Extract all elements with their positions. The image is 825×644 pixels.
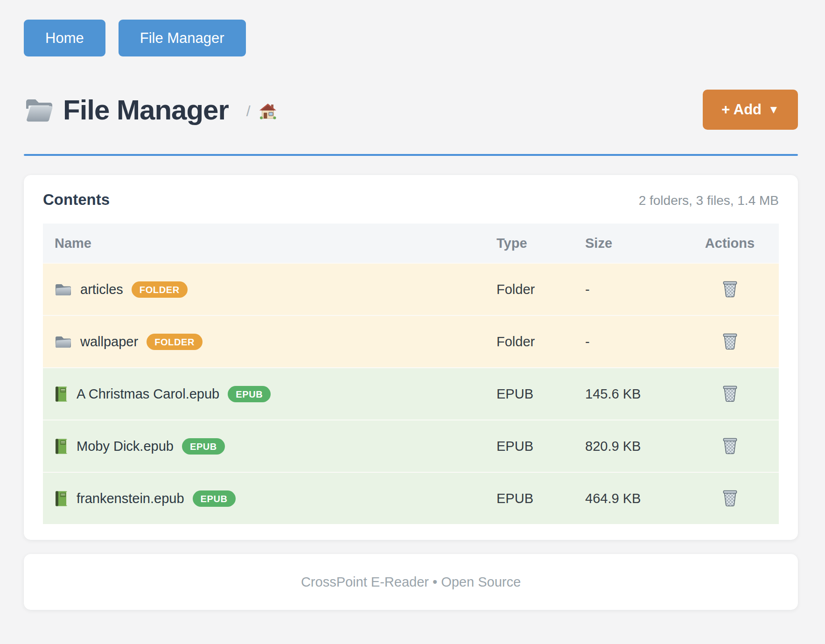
- file-name[interactable]: articles: [80, 282, 123, 297]
- nav-home-button[interactable]: Home: [24, 20, 105, 56]
- open-folder-icon: [24, 97, 54, 123]
- folder-badge: FOLDER: [147, 334, 203, 350]
- green-book-icon: [55, 490, 68, 507]
- size-cell: -: [573, 263, 681, 315]
- add-button[interactable]: + Add ▼: [703, 90, 798, 130]
- breadcrumb-separator: /: [246, 103, 251, 120]
- house-icon[interactable]: [259, 103, 277, 120]
- footer-text: CrossPoint E-Reader • Open Source: [301, 574, 521, 590]
- nav-file-manager-button[interactable]: File Manager: [119, 20, 246, 56]
- title-group: File Manager /: [24, 94, 277, 126]
- size-cell: 820.9 KB: [573, 420, 681, 472]
- top-nav: Home File Manager: [24, 20, 798, 56]
- file-name[interactable]: Moby Dick.epub: [77, 439, 174, 454]
- caret-down-icon: ▼: [768, 103, 779, 116]
- folder-icon: [55, 335, 72, 349]
- file-table: Name Type Size Actions: [43, 224, 779, 524]
- table-row: wallpaper FOLDER Folder -: [43, 315, 779, 367]
- contents-header: Contents 2 folders, 3 files, 1.4 MB: [43, 191, 779, 211]
- column-header-actions: Actions: [681, 224, 779, 263]
- file-name[interactable]: A Christmas Carol.epub: [77, 386, 219, 402]
- type-cell: EPUB: [485, 367, 573, 420]
- title-underline: [24, 154, 798, 156]
- trash-icon[interactable]: [720, 330, 740, 352]
- contents-heading: Contents: [43, 191, 110, 209]
- contents-card: Contents 2 folders, 3 files, 1.4 MB Name…: [24, 175, 798, 540]
- type-cell: EPUB: [485, 472, 573, 524]
- table-row: frankenstein.epub EPUB EPUB 464.9 KB: [43, 472, 779, 524]
- page-title: File Manager: [63, 94, 229, 126]
- size-cell: -: [573, 315, 681, 367]
- green-book-icon: [55, 438, 68, 455]
- trash-icon[interactable]: [720, 435, 740, 456]
- type-cell: Folder: [485, 263, 573, 315]
- epub-badge: EPUB: [193, 490, 236, 507]
- title-row: File Manager / + Add ▼: [24, 81, 798, 139]
- column-header-type: Type: [485, 224, 573, 263]
- trash-icon[interactable]: [720, 278, 740, 300]
- contents-summary: 2 folders, 3 files, 1.4 MB: [639, 193, 779, 208]
- epub-badge: EPUB: [182, 438, 225, 455]
- footer-card: CrossPoint E-Reader • Open Source: [24, 554, 798, 610]
- size-cell: 145.6 KB: [573, 367, 681, 420]
- type-cell: EPUB: [485, 420, 573, 472]
- table-row: articles FOLDER Folder -: [43, 263, 779, 315]
- trash-icon[interactable]: [720, 383, 740, 404]
- folder-icon: [55, 282, 72, 297]
- add-button-label: + Add: [721, 101, 762, 118]
- folder-badge: FOLDER: [132, 281, 188, 298]
- table-row: A Christmas Carol.epub EPUB EPUB 145.6 K…: [43, 367, 779, 420]
- table-row: Moby Dick.epub EPUB EPUB 820.9 KB: [43, 420, 779, 472]
- column-header-size: Size: [573, 224, 681, 263]
- trash-icon[interactable]: [720, 487, 740, 509]
- epub-badge: EPUB: [228, 386, 271, 402]
- type-cell: Folder: [485, 315, 573, 367]
- table-header-row: Name Type Size Actions: [43, 224, 779, 263]
- size-cell: 464.9 KB: [573, 472, 681, 524]
- page: Home File Manager File Manager /: [0, 0, 825, 644]
- file-name[interactable]: frankenstein.epub: [77, 491, 184, 506]
- file-name[interactable]: wallpaper: [80, 334, 138, 350]
- column-header-name: Name: [43, 224, 485, 263]
- green-book-icon: [55, 386, 68, 402]
